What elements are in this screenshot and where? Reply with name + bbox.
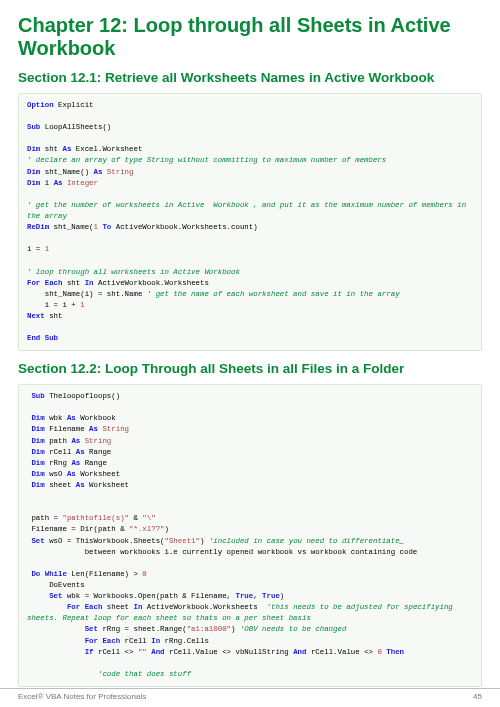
code-block-1: Option Explicit Sub LoopAllSheets() Dim … bbox=[18, 93, 482, 351]
section-title-12-2: Section 12.2: Loop Through all Sheets in… bbox=[18, 361, 482, 378]
chapter-title: Chapter 12: Loop through all Sheets in A… bbox=[18, 14, 482, 60]
footer-left: Excel® VBA Notes for Professionals bbox=[18, 692, 146, 701]
section-title-12-1: Section 12.1: Retrieve all Worksheets Na… bbox=[18, 70, 482, 87]
code-block-2: Sub Theloopofloops() Dim wbk As Workbook… bbox=[18, 384, 482, 687]
page-footer: Excel® VBA Notes for Professionals 45 bbox=[0, 688, 500, 701]
footer-page-number: 45 bbox=[473, 692, 482, 701]
